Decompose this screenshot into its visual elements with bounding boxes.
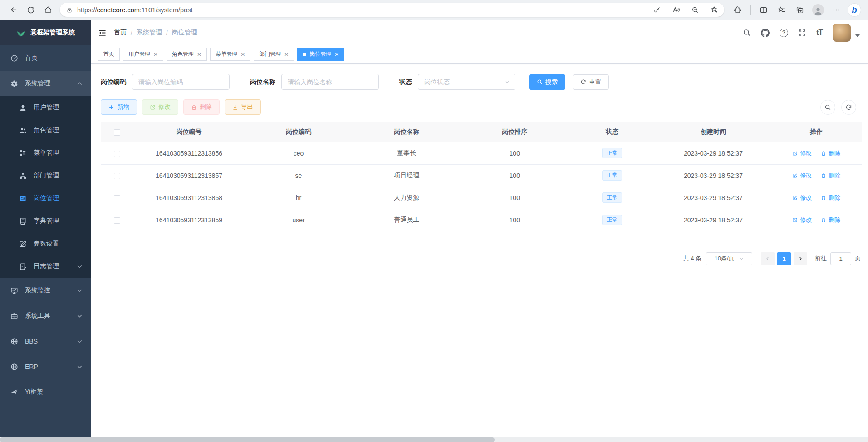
- browser-menu-button[interactable]: [828, 2, 844, 18]
- sidebar-item-label: 参数设置: [34, 240, 59, 248]
- post-name-input[interactable]: [281, 74, 379, 90]
- sidebar-item-dictionary-management[interactable]: 字典管理: [0, 210, 91, 232]
- sidebar-item-role-management[interactable]: 角色管理: [0, 119, 91, 142]
- export-button[interactable]: 导出: [225, 99, 261, 115]
- sidebar-item-log-management[interactable]: 日志管理: [0, 255, 91, 278]
- prev-page-button[interactable]: [761, 252, 775, 265]
- sidebar-item-home[interactable]: 首页: [0, 45, 91, 71]
- tab-close-icon[interactable]: ✕: [334, 51, 339, 58]
- sidebar-item-erp[interactable]: ERP: [0, 354, 91, 379]
- tab-department-management[interactable]: 部门管理 ✕: [254, 48, 294, 61]
- sidebar-item-department-management[interactable]: 部门管理: [0, 164, 91, 187]
- row-delete-button[interactable]: 删除: [821, 172, 840, 180]
- row-edit-button[interactable]: 修改: [792, 172, 812, 180]
- sidebar-item-label: 首页: [25, 54, 38, 62]
- system-management-submenu: 用户管理 角色管理 菜单管理 部门管理 岗位管理 字典管理: [0, 96, 91, 278]
- avatar-caret-icon[interactable]: [855, 34, 860, 37]
- chevron-left-icon: [765, 256, 770, 261]
- sidebar-item-user-management[interactable]: 用户管理: [0, 96, 91, 119]
- row-checkbox[interactable]: [114, 173, 120, 179]
- tab-home[interactable]: 首页: [98, 48, 120, 61]
- row-delete-button[interactable]: 删除: [821, 194, 840, 202]
- tab-label: 部门管理: [259, 50, 281, 58]
- browser-back-button[interactable]: [5, 2, 22, 18]
- sidebar-item-label: 系统监控: [25, 286, 50, 295]
- col-post-name: 岗位名称: [353, 122, 461, 142]
- next-page-button[interactable]: [794, 252, 807, 265]
- status-select[interactable]: 岗位状态: [418, 74, 515, 90]
- sidebar-item-bbs[interactable]: BBS: [0, 329, 91, 354]
- header-search-button[interactable]: [743, 29, 751, 37]
- reset-button[interactable]: 重置: [573, 74, 609, 90]
- row-edit-button[interactable]: 修改: [792, 149, 812, 157]
- sidebar-item-post-management[interactable]: 岗位管理: [0, 187, 91, 210]
- breadcrumb-home[interactable]: 首页: [114, 29, 127, 37]
- sidebar-item-system-monitor[interactable]: 系统监控: [0, 278, 91, 303]
- sidebar-item-yi-framework[interactable]: Yi框架: [0, 379, 91, 405]
- tab-close-icon[interactable]: ✕: [240, 51, 245, 58]
- github-link-button[interactable]: [761, 29, 770, 37]
- user-avatar[interactable]: [833, 24, 851, 42]
- url-text[interactable]: https://ccnetcore.com:1101/system/post: [77, 6, 645, 14]
- horizontal-scrollbar[interactable]: [0, 437, 868, 442]
- goto-page-input[interactable]: [830, 252, 851, 265]
- help-button[interactable]: ?: [780, 29, 788, 37]
- add-button[interactable]: 新增: [101, 99, 137, 115]
- person-icon: [813, 6, 823, 16]
- col-status: 状态: [569, 122, 655, 142]
- post-code-input[interactable]: [132, 74, 230, 90]
- tab-menu-management[interactable]: 菜单管理 ✕: [210, 48, 250, 61]
- bing-chat-button[interactable]: b: [846, 2, 863, 18]
- sidebar-item-system-tools[interactable]: 系统工具: [0, 303, 91, 329]
- sidebar-item-menu-management[interactable]: 菜单管理: [0, 142, 91, 164]
- browser-refresh-button[interactable]: [23, 2, 39, 18]
- row-delete-button[interactable]: 删除: [821, 149, 840, 157]
- status-select-placeholder: 岗位状态: [424, 78, 450, 86]
- browser-profile-button[interactable]: [810, 2, 826, 18]
- page-size-select[interactable]: 10条/页: [706, 252, 752, 265]
- favorites-button[interactable]: [774, 2, 790, 18]
- extensions-button[interactable]: [730, 2, 746, 18]
- tab-close-icon[interactable]: ✕: [153, 51, 158, 58]
- ellipsis-icon: [832, 6, 840, 14]
- tab-post-management[interactable]: 岗位管理 ✕: [297, 48, 344, 61]
- fullscreen-button[interactable]: [798, 29, 806, 37]
- page-number-button[interactable]: 1: [777, 252, 791, 265]
- tab-close-icon[interactable]: ✕: [197, 51, 201, 58]
- tab-close-icon[interactable]: ✕: [284, 51, 289, 58]
- toggle-search-button[interactable]: [820, 100, 835, 115]
- sidebar-item-system-management[interactable]: 系统管理: [0, 71, 91, 96]
- browser-home-button[interactable]: [40, 2, 56, 18]
- edit-button[interactable]: 修改: [142, 99, 178, 115]
- tab-user-management[interactable]: 用户管理 ✕: [123, 48, 163, 61]
- sidebar-item-parameter-settings[interactable]: 参数设置: [0, 232, 91, 255]
- key-icon: [653, 6, 661, 14]
- app-logo[interactable]: 意框架管理系统: [0, 20, 91, 45]
- sidebar-fold-button[interactable]: [98, 29, 107, 37]
- collections-button[interactable]: [792, 2, 808, 18]
- row-edit-button[interactable]: 修改: [792, 216, 812, 224]
- scrollbar-thumb[interactable]: [0, 437, 495, 442]
- row-checkbox[interactable]: [114, 217, 120, 224]
- users-icon: [19, 127, 27, 134]
- zoom-out-button[interactable]: [688, 4, 702, 16]
- cell-post-id: 1641030593112313857: [133, 164, 245, 187]
- table-row: 1641030593112313856 ceo 董事长 100 正常 2023-…: [101, 142, 862, 164]
- read-aloud-button[interactable]: [669, 4, 683, 16]
- select-all-checkbox[interactable]: [114, 129, 120, 136]
- password-key-button[interactable]: [650, 4, 664, 16]
- row-checkbox[interactable]: [114, 151, 120, 157]
- font-size-button[interactable]: tT: [816, 28, 823, 37]
- delete-button[interactable]: 删除: [183, 99, 220, 115]
- address-bar[interactable]: https://ccnetcore.com:1101/system/post: [60, 3, 724, 17]
- tab-role-management[interactable]: 角色管理 ✕: [167, 48, 207, 61]
- row-checkbox[interactable]: [114, 195, 120, 201]
- trash-icon: [191, 104, 197, 110]
- add-favorite-button[interactable]: [707, 4, 721, 16]
- refresh-table-button[interactable]: [841, 100, 856, 115]
- search-button[interactable]: 搜索: [529, 74, 565, 90]
- breadcrumb-separator: /: [166, 29, 168, 36]
- row-delete-button[interactable]: 删除: [821, 216, 840, 224]
- split-screen-button[interactable]: [755, 2, 772, 18]
- row-edit-button[interactable]: 修改: [792, 194, 812, 202]
